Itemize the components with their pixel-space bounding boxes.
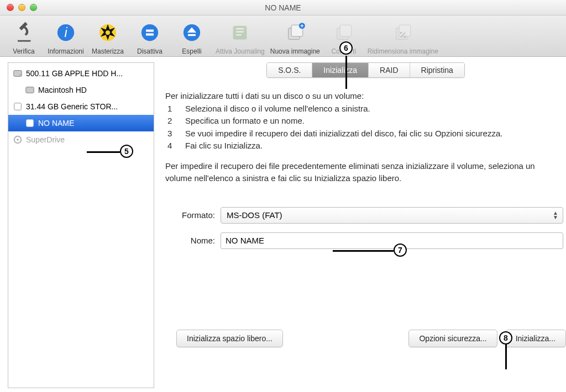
toolbar-journaling: Attiva Journaling [216,19,265,55]
toolbar-verify[interactable]: Verifica [6,19,42,55]
window-title: NO NAME [0,3,566,12]
svg-rect-16 [399,25,411,36]
toolbar: Verifica i Informazioni Masterizza Disat… [0,15,566,57]
sidebar-item-external[interactable]: 31.44 GB Generic STOR... [8,98,154,115]
sidebar-item-superdrive: SuperDrive [8,131,154,148]
sidebar-item-volume[interactable]: Macintosh HD [8,82,154,98]
svg-rect-8 [188,34,196,36]
svg-point-18 [20,75,21,76]
name-label: Nome: [165,236,215,245]
format-label: Formato: [165,210,215,220]
name-input[interactable] [221,232,563,249]
tab-bar: S.O.S. Inizializza RAID Ripristina [266,62,465,78]
toolbar-label: Informazioni [48,47,83,55]
eject-icon [178,19,206,46]
instructions-intro: Per inizializzare tutti i dati su un dis… [165,90,562,103]
toolbar-new-image[interactable]: Nuova immagine [270,19,320,55]
svg-rect-20 [14,103,22,110]
sidebar-item-label: 31.44 GB Generic STOR... [26,102,118,111]
toolbar-info[interactable]: i Informazioni [48,19,84,55]
svg-rect-19 [26,87,34,93]
sidebar-item-disk[interactable]: 500.11 GB APPLE HDD H... [8,65,154,82]
titlebar: NO NAME [0,0,566,15]
toolbar-label: Espelli [182,47,201,55]
toolbar-eject[interactable]: Espelli [174,19,210,55]
device-sidebar: 500.11 GB APPLE HDD H... Macintosh HD 31… [8,62,154,388]
security-options-button[interactable]: Opzioni sicurezza... [408,330,497,347]
svg-point-4 [142,24,158,41]
format-select[interactable]: MS-DOS (FAT) ▲▼ [221,207,563,224]
toolbar-label: Verifica [13,47,34,55]
sidebar-item-label: SuperDrive [26,135,65,144]
toolbar-resize-image: Ridimensiona immagine [368,19,438,55]
svg-rect-14 [340,25,352,36]
instructions-note: Per impedire il recupero dei file preced… [165,160,562,185]
burn-icon [94,19,122,46]
volume-icon [25,118,35,128]
svg-text:i: i [64,25,67,40]
resize-icon [389,19,417,46]
annotation-5: 5 [120,145,133,158]
new-image-icon [281,19,309,46]
format-value: MS-DOS (FAT) [227,210,282,220]
chevron-updown-icon: ▲▼ [553,211,558,220]
svg-rect-6 [146,33,154,35]
tab-initialize[interactable]: Inizializza [312,63,369,77]
annotation-8: 8 [499,331,512,345]
instructions-text: Per inizializzare tutti i dati su un dis… [165,90,566,185]
unmount-icon [136,19,164,46]
journal-icon [226,19,254,46]
svg-rect-9 [233,26,247,40]
sidebar-item-label: NO NAME [38,119,74,128]
sidebar-item-no-name[interactable]: NO NAME [8,115,154,131]
erase-free-space-button[interactable]: Inizializza spazio libero... [176,330,283,347]
tab-sos[interactable]: S.O.S. [267,63,312,77]
microscope-icon [10,19,38,46]
external-drive-icon [13,102,23,112]
toolbar-label: Attiva Journaling [216,47,265,55]
info-icon: i [52,19,80,46]
svg-point-23 [17,139,19,141]
toolbar-burn[interactable]: Masterizza [90,19,126,55]
toolbar-label: Masterizza [92,47,124,55]
toolbar-label: Nuova immagine [270,47,320,55]
svg-rect-5 [146,30,154,32]
sidebar-item-label: Macintosh HD [38,86,87,94]
toolbar-label: Ridimensiona immagine [368,47,438,55]
sidebar-item-label: 500.11 GB APPLE HDD H... [26,69,123,78]
erase-button[interactable]: Inizializza... [505,330,566,347]
hdd-icon [13,68,23,78]
optical-drive-icon [13,135,23,145]
svg-rect-17 [14,71,22,77]
svg-point-3 [106,30,110,35]
toolbar-label: Disattiva [137,47,163,55]
annotation-7: 7 [394,243,407,257]
tab-restore[interactable]: Ripristina [410,63,464,77]
svg-rect-21 [27,120,34,127]
tab-raid[interactable]: RAID [369,63,410,77]
hdd-icon [25,85,35,95]
annotation-6: 6 [339,41,353,55]
toolbar-unmount[interactable]: Disattiva [132,19,168,55]
